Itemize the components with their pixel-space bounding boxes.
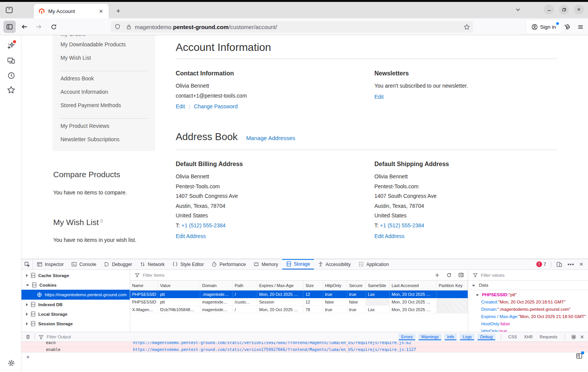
shield-icon[interactable] xyxy=(114,24,121,30)
col-header[interactable]: Value xyxy=(158,281,200,290)
filter-css[interactable]: CSS xyxy=(506,334,519,340)
synced-tabs-icon[interactable] xyxy=(7,56,15,65)
devtools-tab-accessibility[interactable]: Accessibility xyxy=(314,259,354,269)
shipping-edit-address-link[interactable]: Edit Address xyxy=(374,233,405,239)
filter-xhr[interactable]: XHR xyxy=(522,334,534,340)
filter-errors[interactable]: Errors xyxy=(399,334,415,340)
col-header[interactable]: Size xyxy=(304,281,323,290)
log-source-link[interactable]: https://magentodemo.pentest-ground.com/s… xyxy=(133,342,411,345)
responsive-design-icon[interactable] xyxy=(556,261,562,268)
col-header[interactable]: Partition Key xyxy=(437,281,468,290)
devtools-tab-application[interactable]: Application xyxy=(354,259,393,269)
back-button[interactable] xyxy=(19,21,30,32)
tree-item-cookie-host-selected[interactable]: https://magentodemo.pentest-ground.com xyxy=(21,290,130,300)
filter-items-input[interactable]: Filter Items xyxy=(143,273,434,277)
col-header[interactable]: Name xyxy=(130,281,158,290)
minimize-button[interactable] xyxy=(544,5,554,15)
reload-button[interactable] xyxy=(48,21,59,32)
col-header[interactable]: Domain xyxy=(200,281,233,290)
url-bar[interactable]: magentodemo.pentest-ground.com/customer/… xyxy=(111,21,473,33)
billing-edit-address-link[interactable]: Edit Address xyxy=(176,233,206,239)
tree-item-cookies[interactable]: Cookies xyxy=(21,280,130,290)
twisty-icon[interactable] xyxy=(26,322,28,325)
devtools-tab-style-editor[interactable]: Style Editor xyxy=(168,259,207,269)
bookmark-star-icon[interactable] xyxy=(464,24,470,30)
twisty-icon[interactable] xyxy=(26,303,28,306)
tree-item-session-storage[interactable]: Session Storage xyxy=(21,319,130,328)
col-header[interactable]: SameSite xyxy=(366,281,390,290)
tree-item-local-storage[interactable]: Local Storage xyxy=(21,309,130,319)
devtools-close-icon[interactable]: ✕ xyxy=(579,261,583,267)
devtools-tab-debugger[interactable]: Debugger xyxy=(100,259,136,269)
shipping-phone-link[interactable]: +1 (512) 555-2384 xyxy=(380,222,425,228)
devtools-tab-network[interactable]: Network xyxy=(136,259,168,269)
filter-info[interactable]: Info xyxy=(444,334,457,340)
twisty-icon[interactable] xyxy=(26,284,29,286)
add-item-icon[interactable] xyxy=(434,272,440,278)
forward-button[interactable] xyxy=(33,21,44,32)
browser-tab[interactable]: My Account ✕ xyxy=(34,4,109,18)
change-password-link[interactable]: Change Password xyxy=(194,103,238,109)
newsletters-edit-link[interactable]: Edit xyxy=(374,94,384,100)
devtools-tab-inspector[interactable]: Inspector xyxy=(33,259,67,269)
devtools-tab-memory[interactable]: Memory xyxy=(250,259,282,269)
extensions-icon[interactable] xyxy=(562,21,573,32)
billing-phone-link[interactable]: +1 (512) 555-2384 xyxy=(181,222,226,228)
console-input-prompt[interactable]: » xyxy=(26,354,29,360)
filter-output-input[interactable]: Filter Output xyxy=(47,334,71,339)
devtools-tab-performance[interactable]: Performance xyxy=(207,259,250,269)
data-section-header[interactable]: Data xyxy=(468,281,588,290)
restore-button[interactable] xyxy=(559,5,569,15)
lock-icon[interactable] xyxy=(126,24,132,30)
manage-addresses-link[interactable]: Manage Addresses xyxy=(246,135,295,141)
console-settings-gear-icon[interactable] xyxy=(570,334,577,340)
twisty-icon[interactable] xyxy=(26,313,28,316)
ai-chat-icon[interactable] xyxy=(7,41,15,50)
console-error-row[interactable]: enable https://magentodemo.pentest-groun… xyxy=(21,347,588,352)
nav-item-my-wish-list[interactable]: My Wish List xyxy=(60,55,91,61)
filter-logs[interactable]: Logs xyxy=(460,334,474,340)
error-count[interactable]: ! 7 xyxy=(536,261,546,267)
col-header[interactable]: HttpOnly xyxy=(323,281,347,290)
tab-close-icon[interactable]: ✕ xyxy=(97,7,105,15)
new-tab-button[interactable]: + xyxy=(113,6,123,16)
element-picker-icon[interactable] xyxy=(21,259,33,269)
list-tabs-chevron-icon[interactable] xyxy=(513,5,523,15)
nav-item-account-information[interactable]: Account Information xyxy=(60,89,108,95)
firefox-signin-button[interactable]: Sign in xyxy=(526,20,561,34)
twisty-icon[interactable] xyxy=(26,274,28,277)
col-header[interactable]: Expires / Max-Age xyxy=(257,281,304,290)
nav-item-stored-payment-methods[interactable]: Stored Payment Methods xyxy=(60,102,121,108)
col-header[interactable]: Last Accessed xyxy=(390,281,437,290)
filter-debug[interactable]: Debug xyxy=(477,334,495,340)
col-header[interactable]: Path xyxy=(233,281,257,290)
refresh-icon[interactable] xyxy=(446,272,452,278)
settings-gear-icon[interactable] xyxy=(7,359,15,367)
filter-requests[interactable]: Requests xyxy=(538,334,559,340)
close-console-icon[interactable]: ✕ xyxy=(580,334,584,340)
nav-item-my-downloadable-products[interactable]: My Downloadable Products xyxy=(60,41,126,47)
nav-item-my-orders-clipped[interactable]: My Orders xyxy=(60,35,85,38)
devtools-tab-console[interactable]: Console xyxy=(67,259,100,269)
firefox-view-icon[interactable] xyxy=(4,5,15,15)
nav-item-address-book[interactable]: Address Book xyxy=(60,75,94,82)
console-error-row[interactable]: each https://magentodemo.pentest-ground.… xyxy=(21,342,588,347)
toggle-sidebar-icon[interactable] xyxy=(458,272,464,278)
col-header[interactable]: Secure xyxy=(347,281,366,290)
clear-console-trash-icon[interactable] xyxy=(25,334,31,339)
sidebar-toggle-button[interactable] xyxy=(3,21,16,33)
log-source-link[interactable]: https://magentodemo.pentest-ground.com/s… xyxy=(133,347,416,352)
menu-hamburger-icon[interactable] xyxy=(575,21,586,32)
contact-edit-link[interactable]: Edit xyxy=(176,103,185,109)
tree-item-indexed-db[interactable]: Indexed DB xyxy=(21,300,130,309)
nav-item-newsletter-subscriptions[interactable]: Newsletter Subscriptions xyxy=(60,136,119,142)
nav-item-my-product-reviews[interactable]: My Product Reviews xyxy=(60,123,109,129)
filter-values-input[interactable]: Filter values xyxy=(481,273,588,277)
tree-item-cache-storage[interactable]: Cache Storage xyxy=(21,271,130,280)
cookie-root-node[interactable]: PHPSESSID:"ptt" xyxy=(468,291,588,299)
close-window-button[interactable]: ✕ xyxy=(574,5,584,15)
devtools-tab-storage[interactable]: Storage xyxy=(282,259,314,269)
filter-warnings[interactable]: Warnings xyxy=(418,334,441,340)
devtools-menu-icon[interactable]: ••• xyxy=(567,261,574,268)
history-clock-icon[interactable] xyxy=(7,71,15,80)
